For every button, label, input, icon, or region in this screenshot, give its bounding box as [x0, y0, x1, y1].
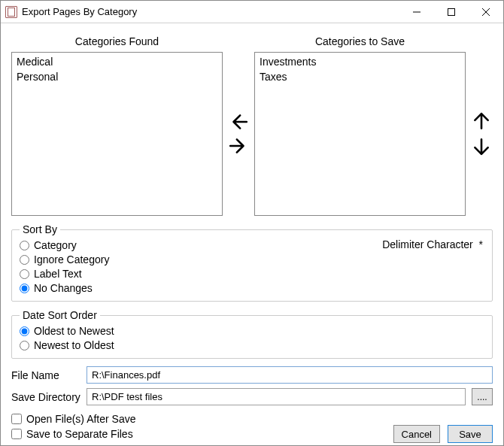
date-sort-oldest[interactable]: Oldest to Newest: [20, 324, 484, 338]
file-name-input[interactable]: [87, 366, 493, 384]
date-sort-group: Oldest to Newest Newest to Oldest: [20, 324, 484, 352]
sort-by-no-changes-radio[interactable]: [20, 284, 29, 293]
move-down-button[interactable]: [471, 135, 492, 156]
delimiter-character: Delimiter Character *: [382, 238, 483, 250]
minimize-button[interactable]: [399, 1, 434, 23]
date-sort-newest-radio[interactable]: [20, 341, 29, 350]
file-name-label: File Name: [11, 369, 80, 381]
sort-by-label-text-label: Label Text: [34, 267, 82, 281]
list-item[interactable]: Personal: [15, 69, 219, 84]
sort-by-label-text[interactable]: Label Text: [20, 267, 109, 281]
browse-button[interactable]: ....: [472, 388, 493, 405]
date-sort-newest[interactable]: Newest to Oldest: [20, 338, 484, 352]
move-up-button[interactable]: [471, 111, 492, 132]
date-sort-oldest-label: Oldest to Newest: [34, 324, 114, 338]
sort-by-no-changes[interactable]: No Changes: [20, 281, 109, 295]
categories-found-header: Categories Found: [11, 31, 223, 52]
app-icon: [5, 6, 17, 18]
save-directory-label: Save Directory: [11, 391, 80, 403]
move-right-button[interactable]: [228, 135, 249, 156]
move-left-button[interactable]: [228, 111, 249, 132]
list-item[interactable]: Medical: [15, 54, 219, 69]
sort-by-ignore-category[interactable]: Ignore Category: [20, 253, 109, 266]
sort-by-category[interactable]: Category: [20, 238, 109, 252]
sort-by-label-text-radio[interactable]: [20, 269, 29, 279]
categories-to-save-header: Categories to Save: [254, 31, 466, 52]
date-sort-newest-label: Newest to Oldest: [34, 338, 114, 352]
sort-by-ignore-category-label: Ignore Category: [34, 253, 109, 266]
date-sort-oldest-radio[interactable]: [20, 326, 29, 336]
date-sort-fieldset: Date Sort Order Oldest to Newest Newest …: [11, 309, 493, 359]
svg-rect-1: [448, 8, 455, 15]
open-after-save-label: Open File(s) After Save: [26, 413, 136, 425]
sort-by-no-changes-label: No Changes: [34, 281, 93, 295]
delimiter-character-value: *: [479, 238, 483, 250]
sort-by-ignore-category-radio[interactable]: [20, 255, 29, 265]
sort-by-category-radio[interactable]: [20, 241, 29, 250]
categories-found-list[interactable]: MedicalPersonal: [11, 52, 223, 216]
sort-by-category-label: Category: [34, 238, 77, 252]
window-title: Export Pages By Category: [22, 6, 137, 17]
sort-by-fieldset: Sort By Category Ignore Category Label T…: [11, 223, 493, 302]
open-after-save-checkbox[interactable]: [11, 414, 22, 424]
open-after-save-check[interactable]: Open File(s) After Save: [11, 413, 136, 425]
save-directory-input[interactable]: [87, 388, 466, 405]
titlebar: Export Pages By Category: [1, 1, 503, 23]
save-separate-label: Save to Separate Files: [26, 428, 133, 440]
save-button[interactable]: Save: [448, 425, 493, 443]
list-item[interactable]: Taxes: [258, 69, 462, 84]
maximize-button[interactable]: [434, 1, 469, 23]
date-sort-legend: Date Sort Order: [20, 309, 100, 321]
save-separate-check[interactable]: Save to Separate Files: [11, 428, 136, 440]
sort-by-group: Category Ignore Category Label Text No C…: [20, 238, 109, 295]
sort-by-legend: Sort By: [20, 223, 60, 235]
save-separate-checkbox[interactable]: [11, 429, 22, 439]
delimiter-character-label: Delimiter Character: [382, 238, 473, 250]
close-button[interactable]: [469, 1, 503, 23]
cancel-button[interactable]: Cancel: [393, 425, 440, 443]
categories-to-save-list[interactable]: InvestmentsTaxes: [254, 52, 466, 216]
list-item[interactable]: Investments: [258, 54, 462, 69]
